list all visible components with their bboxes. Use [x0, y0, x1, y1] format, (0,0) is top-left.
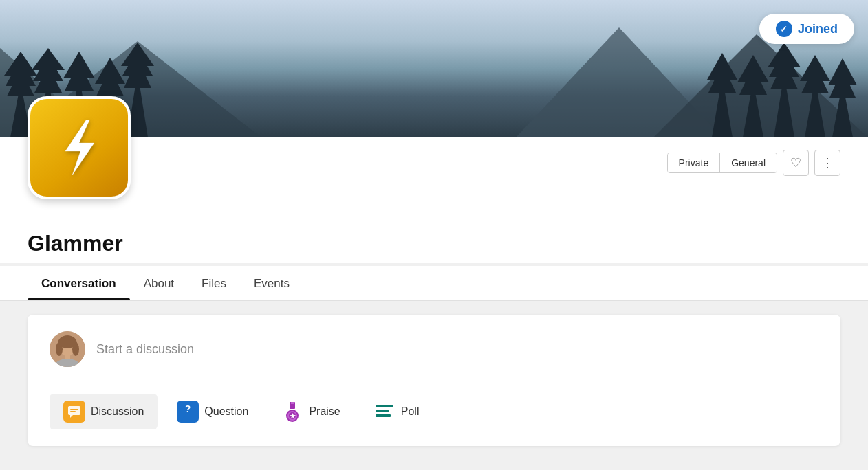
- tab-events[interactable]: Events: [240, 266, 303, 300]
- community-name: Glammer: [28, 231, 840, 263]
- svg-rect-47: [68, 406, 80, 415]
- question-type-icon: ?: [177, 401, 199, 423]
- tabs-bar: Conversation About Files Events: [0, 266, 868, 301]
- svg-marker-14: [63, 52, 95, 78]
- general-tag: General: [719, 153, 777, 172]
- more-options-button[interactable]: ⋮: [814, 150, 840, 176]
- svg-rect-61: [376, 410, 389, 412]
- start-discussion-row[interactable]: Start a discussion: [50, 331, 818, 381]
- private-tag: Private: [668, 153, 720, 172]
- poll-type-icon: [373, 401, 395, 423]
- lightning-bolt-icon: [52, 117, 107, 179]
- svg-rect-55: [291, 402, 294, 404]
- joined-label: Joined: [798, 22, 838, 36]
- tag-group: Private General: [667, 153, 777, 173]
- svg-marker-11: [32, 48, 65, 70]
- poll-type-button[interactable]: Poll: [360, 394, 433, 429]
- svg-marker-48: [70, 415, 73, 418]
- svg-rect-49: [70, 409, 78, 410]
- discussion-type-button[interactable]: Discussion: [50, 394, 158, 429]
- favorite-button[interactable]: ♡: [783, 150, 809, 176]
- post-types: Discussion ? Question: [50, 394, 818, 429]
- app-icon: [28, 96, 131, 199]
- svg-marker-38: [65, 120, 94, 175]
- tab-about[interactable]: About: [130, 266, 188, 300]
- user-avatar: [50, 331, 85, 367]
- more-icon: ⋮: [821, 155, 834, 170]
- tab-files[interactable]: Files: [188, 266, 240, 300]
- profile-card: Private General ♡ ⋮ Glammer: [0, 137, 868, 263]
- svg-marker-34: [800, 55, 830, 81]
- svg-point-45: [56, 342, 63, 356]
- praise-type-icon: ★: [281, 401, 303, 423]
- joined-button[interactable]: ✓ Joined: [759, 14, 854, 44]
- start-discussion-placeholder[interactable]: Start a discussion: [96, 342, 194, 357]
- svg-point-46: [72, 342, 79, 356]
- joined-check-icon: ✓: [776, 21, 792, 37]
- content-area: Start a discussion Discussion: [0, 301, 868, 460]
- question-type-button[interactable]: ? Question: [163, 394, 262, 429]
- svg-text:?: ?: [185, 403, 191, 414]
- praise-type-button[interactable]: ★ Praise: [268, 394, 354, 429]
- avatar-image: [50, 331, 85, 367]
- svg-text:★: ★: [290, 412, 296, 420]
- svg-marker-37: [828, 58, 857, 85]
- tab-conversation[interactable]: Conversation: [28, 266, 130, 300]
- svg-rect-62: [376, 414, 391, 417]
- svg-rect-50: [70, 411, 76, 412]
- app-icon-wrapper: [28, 96, 131, 199]
- discussion-type-icon: [63, 401, 85, 423]
- page-wrapper: ✓ Joined Private General ♡ ⋮: [0, 0, 868, 460]
- discussion-card: Start a discussion Discussion: [28, 315, 840, 446]
- heart-icon: ♡: [790, 155, 801, 170]
- svg-marker-52: [181, 416, 185, 421]
- profile-header-actions: Private General ♡ ⋮: [28, 137, 840, 176]
- svg-rect-60: [376, 405, 393, 407]
